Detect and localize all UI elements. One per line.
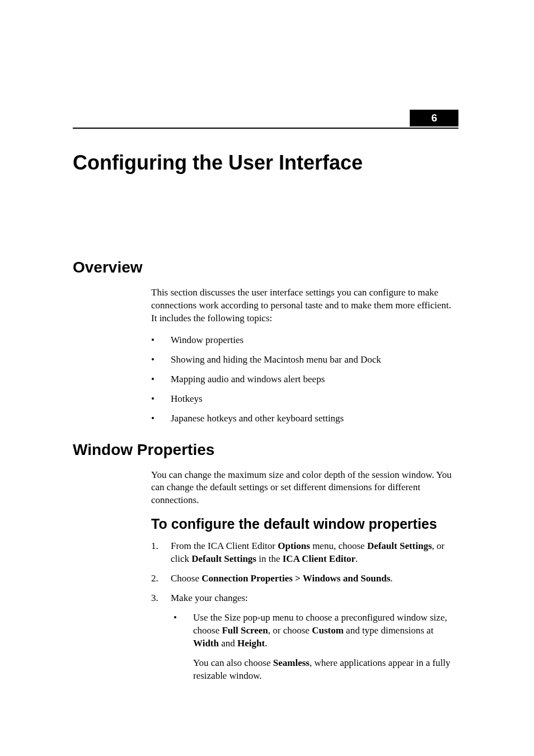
sub-list-text: Use the Size pop-up menu to choose a pre…: [193, 612, 458, 650]
list-item: • Showing and hiding the Macintosh menu …: [151, 354, 458, 367]
header-divider: [73, 128, 458, 129]
step-item: 1. From the ICA Client Editor Options me…: [151, 540, 458, 566]
list-item-text: Hotkeys: [171, 393, 203, 406]
chapter-number-badge: 6: [410, 110, 458, 126]
list-item: • Window properties: [151, 334, 458, 347]
list-item-text: Showing and hiding the Macintosh menu ba…: [171, 354, 381, 367]
steps-list: 1. From the ICA Client Editor Options me…: [151, 540, 458, 682]
document-page: 6 Configuring the User Interface Overvie…: [0, 0, 534, 683]
step-text: From the ICA Client Editor Options menu,…: [171, 540, 458, 566]
step-text: Choose Connection Properties > Windows a…: [171, 572, 458, 585]
overview-bullet-list: • Window properties • Showing and hiding…: [151, 334, 458, 425]
list-item-text: Window properties: [171, 334, 243, 347]
window-properties-heading: Window Properties: [73, 441, 458, 459]
bullet-icon: •: [151, 373, 171, 386]
bullet-icon: •: [171, 612, 193, 650]
overview-intro: This section discusses the user interfac…: [151, 287, 458, 325]
step-number: 1.: [151, 540, 171, 566]
step-item: 3. Make your changes: • Use the Size pop…: [151, 592, 458, 683]
list-item-text: Mapping audio and windows alert beeps: [171, 373, 325, 386]
step-text: Make your changes: • Use the Size pop-up…: [171, 592, 458, 683]
list-item: • Japanese hotkeys and other keyboard se…: [151, 412, 458, 425]
step-number: 2.: [151, 572, 171, 585]
sub-list-item: • Use the Size pop-up menu to choose a p…: [171, 612, 458, 650]
step-number: 3.: [151, 592, 171, 683]
bullet-icon: •: [151, 393, 171, 406]
list-item: • Hotkeys: [151, 393, 458, 406]
step-item: 2. Choose Connection Properties > Window…: [151, 572, 458, 585]
bullet-icon: •: [151, 334, 171, 347]
bullet-icon: •: [151, 354, 171, 367]
overview-heading: Overview: [73, 259, 458, 276]
configure-default-heading: To configure the default window properti…: [151, 516, 458, 532]
bullet-icon: •: [151, 412, 171, 425]
chapter-title: Configuring the User Interface: [73, 151, 458, 175]
sub-paragraph: You can also choose Seamless, where appl…: [193, 657, 458, 683]
list-item: • Mapping audio and windows alert beeps: [151, 373, 458, 386]
list-item-text: Japanese hotkeys and other keyboard sett…: [171, 412, 344, 425]
window-properties-intro: You can change the maximum size and colo…: [151, 469, 458, 508]
